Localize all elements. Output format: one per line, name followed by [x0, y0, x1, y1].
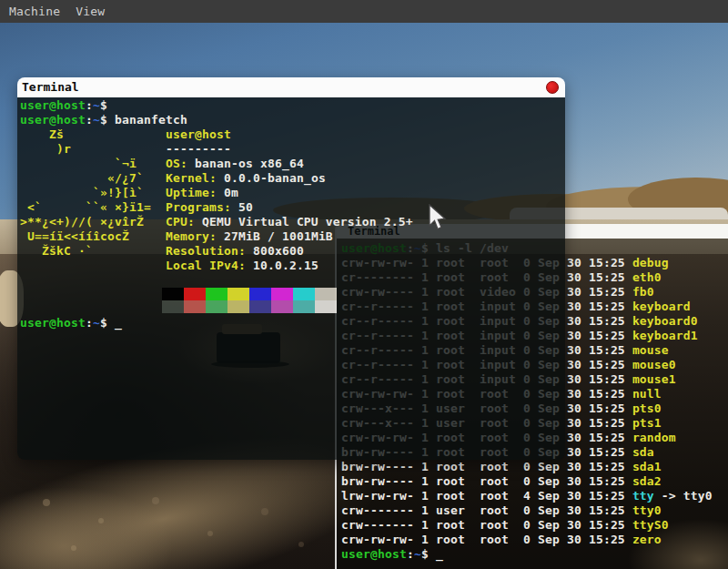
terminal-line: >**¿<+)//( ×¿vîrŽ CPU: QEMU Virtual CPU …	[20, 215, 413, 229]
vm-menu-bar: Machine View	[0, 0, 728, 23]
terminal1-title-bar[interactable]: Terminal	[17, 77, 565, 97]
terminal-line: crw------- 1 user root 0 Sep 30 15:25 tt…	[341, 503, 728, 518]
palette-swatch	[315, 300, 337, 313]
terminal1-title: Terminal	[22, 80, 79, 94]
palette-swatch	[249, 288, 271, 300]
terminal-line: brw-rw---- 1 root root 0 Sep 30 15:25 sd…	[341, 474, 728, 489]
menu-item-view[interactable]: View	[76, 5, 105, 18]
terminal1-output: user@host:~$user@host:~$ bananfetch Zš u…	[20, 98, 413, 273]
close-button[interactable]	[546, 81, 559, 94]
palette-swatch	[228, 300, 249, 313]
palette-row-normal	[162, 288, 337, 300]
terminal-line: `»!}[ì` Uptime: 0m	[20, 186, 413, 200]
terminal-line: )r ---------	[20, 142, 413, 157]
palette-swatch	[162, 300, 184, 313]
palette-swatch	[249, 300, 271, 313]
terminal-line: brw-rw---- 1 root root 0 Sep 30 15:25 sd…	[341, 460, 728, 474]
terminal-line: crw------- 1 root root 0 Sep 30 15:25 tt…	[341, 518, 728, 533]
color-palette	[162, 288, 337, 313]
terminal-line: U==íï<<ííîcocŽ Memory: 27MiB / 1001MiB	[20, 229, 413, 244]
palette-swatch	[293, 288, 315, 300]
terminal-line: Local IPv4: 10.0.2.15	[20, 259, 413, 273]
vm-screen: Machine View Terminal user@host:~$ ls -l…	[0, 0, 728, 569]
palette-swatch	[315, 288, 337, 300]
palette-swatch	[228, 288, 249, 300]
terminal-line: user@host:~$	[20, 98, 413, 113]
terminal-window-focused[interactable]: Terminal user@host:~$user@host:~$ bananf…	[17, 77, 565, 460]
palette-swatch	[162, 288, 184, 300]
palette-swatch	[206, 300, 228, 313]
wallpaper-rocks	[36, 496, 38, 498]
terminal-line: crw-rw-rw- 1 root root 0 Sep 30 15:25 ze…	[341, 533, 728, 547]
terminal-line: user@host:~$ _	[20, 316, 122, 330]
terminal1-content[interactable]: user@host:~$user@host:~$ bananfetch Zš u…	[17, 97, 565, 460]
palette-swatch	[271, 300, 293, 313]
terminal-line: user@host:~$ _	[341, 547, 728, 562]
palette-swatch	[271, 288, 293, 300]
palette-swatch	[206, 288, 228, 300]
terminal-line: «/¿7` Kernel: 0.0.0-banan_os	[20, 171, 413, 186]
terminal-line: <` ``« ×}ï1= Programs: 50	[20, 200, 413, 215]
mouse-pointer-icon	[428, 204, 448, 235]
terminal1-prompt: user@host:~$ _	[20, 316, 122, 330]
terminal-line: Zš user@host	[20, 127, 413, 142]
palette-swatch	[184, 300, 206, 313]
terminal-line: ŽškC ·` Resolution: 800x600	[20, 244, 413, 259]
palette-swatch	[293, 300, 315, 313]
terminal-line: user@host:~$ bananfetch	[20, 113, 413, 127]
menu-item-machine[interactable]: Machine	[9, 5, 60, 18]
palette-row-bright	[162, 300, 337, 313]
terminal-line: lrw-rw-rw- 1 root root 4 Sep 30 15:25 tt…	[341, 489, 728, 503]
palette-swatch	[184, 288, 206, 300]
terminal-line: `¬ï OS: banan-os x86_64	[20, 157, 413, 171]
